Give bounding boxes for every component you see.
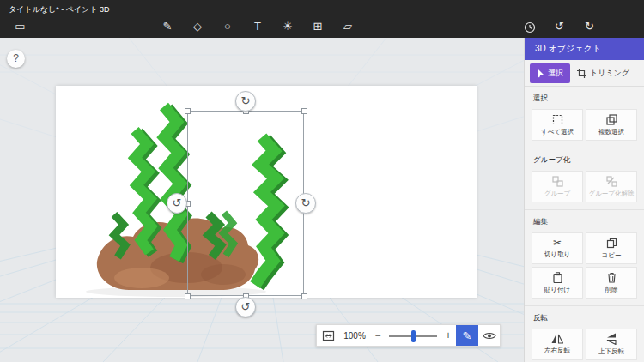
flip-horizontal-button[interactable]: 左右反転 bbox=[532, 329, 583, 360]
delete-icon bbox=[606, 272, 617, 283]
side-panel: 3D オブジェクト 選択 トリミング 選択 すべて選択 bbox=[524, 38, 644, 362]
sticker-tool-icon[interactable]: ▱ bbox=[333, 16, 363, 37]
ungroup-icon bbox=[606, 176, 617, 187]
tab-select-label: 選択 bbox=[548, 68, 563, 79]
section-group-label: グループ化 bbox=[533, 155, 637, 166]
group-icon bbox=[552, 176, 563, 187]
fit-to-view-icon[interactable] bbox=[317, 325, 339, 346]
paint3d-window: タイトルなし* - ペイント 3D ▭ ✎ ◇ ○ T ☀ ⊞ ▱ ↺ ↻ bbox=[0, 0, 644, 362]
section-flip-label: 反転 bbox=[533, 313, 637, 323]
multi-select-button[interactable]: 複数選択 bbox=[586, 109, 637, 141]
flip-vertical-button[interactable]: 上下反転 bbox=[586, 329, 637, 360]
undo-icon[interactable]: ↺ bbox=[544, 16, 574, 37]
3d-shapes-tool-icon[interactable]: ○ bbox=[213, 16, 243, 37]
flip-horizontal-icon bbox=[551, 334, 563, 344]
zoom-value: 100% bbox=[339, 325, 370, 346]
section-flip: 反転 左右反転 上下反転 bbox=[525, 306, 644, 362]
rotate-y-handle[interactable]: ↻ bbox=[295, 193, 316, 214]
section-select: 選択 すべて選択 複数選択 bbox=[525, 87, 644, 148]
selection-handle-se[interactable] bbox=[301, 293, 307, 299]
select-all-icon bbox=[552, 114, 563, 125]
menu-icon[interactable]: ▭ bbox=[5, 16, 35, 37]
section-group: グループ化 グループ グループ化解除 bbox=[525, 148, 644, 210]
zoom-out-button[interactable]: − bbox=[370, 325, 386, 346]
select-all-button[interactable]: すべて選択 bbox=[532, 109, 583, 141]
edit-mode-button[interactable]: ✎ bbox=[456, 325, 478, 346]
flip-vertical-icon bbox=[606, 333, 617, 345]
paste-icon bbox=[552, 272, 563, 283]
toolbar-tools: ✎ ◇ ○ T ☀ ⊞ ▱ bbox=[153, 16, 363, 37]
section-edit: 編集 ✂ 切り取り コピー 貼り付け bbox=[525, 210, 644, 306]
zoom-in-button[interactable]: + bbox=[440, 325, 456, 346]
crop-icon bbox=[577, 69, 586, 78]
delete-button[interactable]: 削除 bbox=[586, 267, 637, 299]
2d-shapes-tool-icon[interactable]: ◇ bbox=[183, 16, 213, 37]
zoom-slider[interactable] bbox=[386, 325, 440, 346]
selection-handle-nw[interactable] bbox=[185, 108, 191, 114]
ungroup-button: グループ化解除 bbox=[586, 171, 637, 202]
selection-handle-ne[interactable] bbox=[301, 108, 307, 114]
help-button[interactable]: ? bbox=[7, 50, 25, 68]
copy-button[interactable]: コピー bbox=[586, 232, 637, 264]
tab-select[interactable]: 選択 bbox=[530, 63, 570, 83]
cut-button[interactable]: ✂ 切り取り bbox=[532, 232, 583, 264]
history-icon[interactable] bbox=[514, 16, 544, 37]
panel-tabs: 選択 トリミング bbox=[525, 60, 644, 87]
workspace: ? bbox=[0, 38, 524, 362]
paste-button[interactable]: 貼り付け bbox=[532, 267, 583, 299]
selection-handle-sw[interactable] bbox=[185, 293, 191, 299]
group-button: グループ bbox=[532, 171, 583, 202]
selection-box[interactable] bbox=[187, 111, 304, 296]
brush-tool-icon[interactable]: ✎ bbox=[153, 16, 183, 37]
3d-view-eye-icon[interactable] bbox=[478, 325, 500, 346]
canvas-tool-icon[interactable]: ⊞ bbox=[303, 16, 333, 37]
zoom-slider-thumb[interactable] bbox=[411, 330, 416, 342]
cut-icon: ✂ bbox=[553, 238, 562, 248]
copy-icon bbox=[606, 238, 617, 249]
rotate-flat-handle[interactable]: ↺ bbox=[235, 297, 256, 317]
rotate-z-handle[interactable]: ↻ bbox=[235, 91, 256, 112]
cursor-icon bbox=[537, 69, 544, 78]
title-bar: タイトルなし* - ペイント 3D ▭ ✎ ◇ ○ T ☀ ⊞ ▱ ↺ ↻ bbox=[0, 0, 644, 38]
multi-select-icon bbox=[606, 114, 617, 125]
panel-body: 選択 すべて選択 複数選択 グループ化 bbox=[525, 87, 644, 362]
redo-icon[interactable]: ↻ bbox=[574, 16, 605, 37]
tab-crop-label: トリミング bbox=[590, 68, 629, 79]
tab-crop[interactable]: トリミング bbox=[570, 63, 636, 83]
effects-tool-icon[interactable]: ☀ bbox=[273, 16, 303, 37]
panel-title: 3D オブジェクト bbox=[525, 38, 644, 60]
section-edit-label: 編集 bbox=[533, 217, 637, 227]
toolbar-history: ↺ ↻ bbox=[514, 16, 605, 37]
window-title: タイトルなし* - ペイント 3D bbox=[9, 4, 110, 15]
section-select-label: 選択 bbox=[533, 94, 637, 104]
zoom-bar: 100% − + ✎ bbox=[316, 324, 501, 347]
rotate-x-handle[interactable]: ↺ bbox=[167, 193, 187, 214]
toolbar-left: ▭ bbox=[5, 16, 35, 37]
text-tool-icon[interactable]: T bbox=[243, 16, 273, 37]
